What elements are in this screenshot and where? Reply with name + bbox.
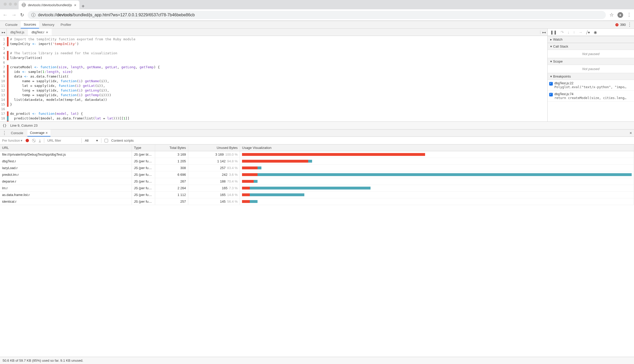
callstack-body: Not paused: [548, 50, 634, 58]
content-scripts-checkbox[interactable]: [104, 139, 108, 142]
scope-header[interactable]: ▾ Scope: [548, 58, 634, 65]
col-type[interactable]: Type: [132, 145, 155, 151]
error-badge-icon[interactable]: ×: [615, 23, 618, 26]
back-button[interactable]: ←: [3, 12, 8, 18]
tab-strip: devtools://devtools/bundled/js × +: [0, 0, 634, 9]
close-file-icon[interactable]: ×: [46, 30, 48, 34]
file-tabbar: ▸◂ dbgTest.js dbgTest.r× ▸◂: [0, 29, 547, 36]
content-scripts-label: Content scripts: [111, 139, 134, 142]
tab-memory[interactable]: Memory: [39, 21, 57, 28]
col-unused[interactable]: Unused Bytes: [188, 145, 240, 151]
breakpoint-item[interactable]: dbgTest.js:22 Polyglot.eval("text/x-pyth…: [548, 80, 634, 91]
forward-button[interactable]: →: [11, 12, 17, 18]
breakpoint-item[interactable]: dbgTest.js:74 return createModel(size, c…: [548, 91, 634, 102]
editor-statusbar: {} Line 9, Column 23: [0, 122, 634, 130]
close-drawer-tab-icon[interactable]: ×: [46, 131, 48, 135]
coverage-table: URL Type Total Bytes Unused Bytes Usage …: [0, 145, 634, 357]
separator: [81, 138, 82, 143]
devtools-menu-icon[interactable]: ⋮: [627, 24, 632, 26]
line-gutter[interactable]: 12345678910111213141516171819202122: [0, 36, 7, 122]
show-navigator-icon[interactable]: ▸◂: [0, 29, 7, 36]
close-drawer-icon[interactable]: ×: [630, 131, 632, 135]
debugger-controls: ❚❚ ↷ ↓ ↑ → ⧸● ◉: [548, 29, 634, 36]
url-text: devtools://devtools/bundled/js_app.html?…: [38, 13, 195, 17]
address-bar[interactable]: i devtools://devtools/bundled/js_app.htm…: [28, 11, 606, 19]
table-row[interactable]: lm.rJS (per fu…2 2641657.3 %: [0, 185, 634, 192]
toggle-screencast-icon[interactable]: ▸◂: [540, 31, 547, 34]
col-total[interactable]: Total Bytes: [155, 145, 188, 151]
table-row[interactable]: file:///private/tmp/DebugTestApp/dbgTest…: [0, 151, 634, 158]
tab-profiler[interactable]: Profiler: [57, 21, 74, 28]
pause-on-exceptions-icon[interactable]: ◉: [594, 30, 597, 35]
url-filter-input[interactable]: [47, 139, 78, 142]
tab-console[interactable]: Console: [2, 21, 21, 28]
watch-header[interactable]: ▸ Watch: [548, 36, 634, 43]
pretty-print-icon[interactable]: {}: [3, 124, 7, 127]
bookmark-icon[interactable]: ☆: [609, 12, 614, 18]
file-tab-dbgtest-r[interactable]: dbgTest.r×: [28, 29, 52, 36]
code-content[interactable]: # Import the tempInCity function exporte…: [9, 36, 161, 122]
tab-sources[interactable]: Sources: [21, 21, 39, 28]
close-window-icon[interactable]: [4, 3, 7, 6]
site-info-icon[interactable]: i: [31, 13, 35, 17]
table-row[interactable]: lazyLoad.rJS (per fu…30825783.4 %: [0, 165, 634, 171]
breakpoint-snippet: return createModel(size, cities.leng…: [554, 96, 626, 100]
record-icon[interactable]: [26, 139, 29, 142]
drawer-tab-console[interactable]: Console: [8, 130, 26, 136]
devtools-tabbar: Console Sources Memory Profiler × 390 ⋮: [0, 21, 634, 29]
breakpoints-header[interactable]: ▾ Breakpoints: [548, 73, 634, 80]
profile-avatar-icon[interactable]: ●: [617, 12, 623, 18]
breakpoint-location: dbgTest.js:22: [554, 81, 626, 85]
coverage-header-row: URL Type Total Bytes Unused Bytes Usage …: [0, 145, 634, 151]
error-count[interactable]: 390: [620, 23, 626, 27]
table-row[interactable]: as.data.frame.list.rJS (per fu…1 1121651…: [0, 192, 634, 198]
file-tab-dbgtest-js[interactable]: dbgTest.js: [7, 29, 28, 36]
table-row[interactable]: predict.lm.rJS (per fu…6 6962423.6 %: [0, 171, 634, 178]
window-controls: [4, 3, 17, 6]
reload-button[interactable]: ↻: [20, 12, 24, 18]
close-tab-icon[interactable]: ×: [74, 3, 77, 7]
breakpoint-snippet: Polyglot.eval("text/x-python", "impo…: [554, 85, 626, 89]
table-row[interactable]: identical.rJS (per fu…25714556.4 %: [0, 198, 634, 205]
col-viz[interactable]: Usage Visualization: [240, 145, 634, 151]
breakpoint-location: dbgTest.js:74: [554, 92, 626, 96]
coverage-toolbar: Per function ▾ ↓ All ▾ Content scripts: [0, 137, 634, 145]
step-out-icon[interactable]: ↑: [573, 30, 575, 34]
browser-menu-icon[interactable]: ⋮: [627, 14, 631, 16]
step-icon[interactable]: →: [579, 30, 583, 34]
scope-body: Not paused: [548, 65, 634, 73]
breakpoint-checkbox[interactable]: [549, 93, 553, 96]
browser-tab-active[interactable]: devtools://devtools/bundled/js ×: [19, 1, 79, 9]
deactivate-breakpoints-icon[interactable]: ⧸●: [586, 30, 590, 35]
code-editor[interactable]: 12345678910111213141516171819202122 # Im…: [0, 36, 547, 122]
step-over-icon[interactable]: ↷: [561, 30, 564, 35]
drawer-tab-coverage[interactable]: Coverage×: [27, 130, 50, 136]
maximize-window-icon[interactable]: [14, 3, 17, 6]
type-filter-dropdown[interactable]: All ▾: [85, 139, 98, 142]
coverage-mode-dropdown[interactable]: Per function ▾: [2, 139, 22, 142]
debugger-sidebar: ❚❚ ↷ ↓ ↑ → ⧸● ◉ ▸ Watch ▾ Call Stack Not…: [548, 29, 634, 122]
browser-toolbar: ← → ↻ i devtools://devtools/bundled/js_a…: [0, 9, 634, 21]
cursor-position: Line 9, Column 23: [10, 124, 38, 127]
separator: [101, 138, 101, 143]
browser-chrome: devtools://devtools/bundled/js × + ← → ↻…: [0, 0, 634, 21]
table-row[interactable]: dbgTest.rJS (per fu…1 2051 14294.8 %: [0, 158, 634, 165]
drawer-menu-icon[interactable]: ⋮: [2, 132, 7, 134]
drawer-tabbar: ⋮ Console Coverage× ×: [0, 130, 634, 137]
tab-title: devtools://devtools/bundled/js: [28, 3, 72, 7]
clear-icon[interactable]: [32, 139, 36, 142]
new-tab-button[interactable]: +: [79, 3, 87, 9]
pause-icon[interactable]: ❚❚: [550, 30, 557, 35]
col-url[interactable]: URL: [0, 145, 132, 151]
export-icon[interactable]: ↓: [39, 139, 41, 142]
globe-icon: [22, 3, 26, 7]
separator: [44, 138, 44, 143]
step-into-icon[interactable]: ↓: [568, 30, 570, 34]
callstack-header[interactable]: ▾ Call Stack: [548, 43, 634, 50]
breakpoint-checkbox[interactable]: [549, 82, 553, 86]
minimize-window-icon[interactable]: [9, 3, 12, 6]
table-row[interactable]: deparse.rJS (per fu…26718870.4 %: [0, 178, 634, 185]
coverage-statusbar: 50.6 KB of 59.7 KB (85%) used so far. 9.…: [0, 357, 634, 364]
